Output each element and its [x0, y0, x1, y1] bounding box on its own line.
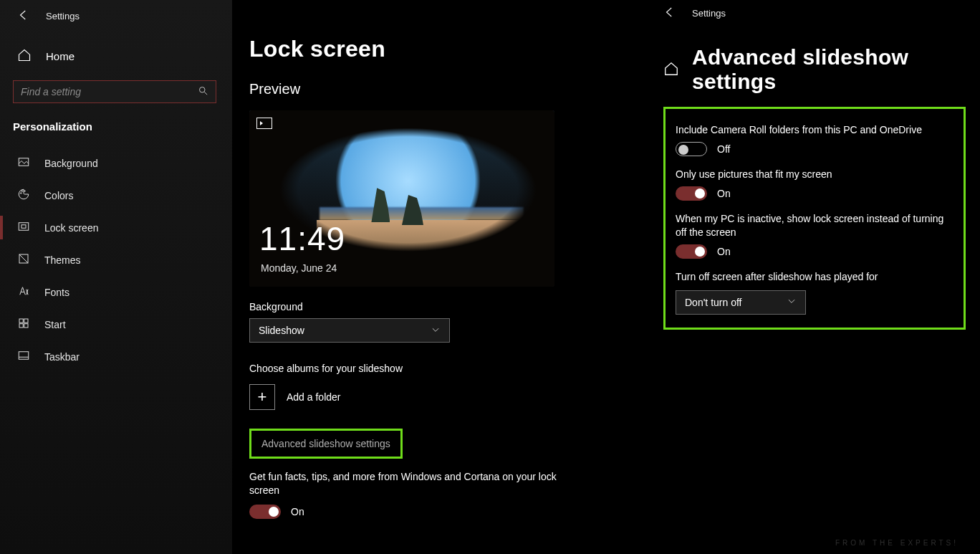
sidebar-item-fonts[interactable]: Fonts: [0, 276, 232, 308]
sidebar-item-colors[interactable]: Colors: [0, 179, 232, 211]
add-folder-row: + Add a folder: [249, 384, 636, 410]
inactive-label: When my PC is inactive, show lock screen…: [676, 212, 953, 238]
home-icon: [17, 48, 32, 65]
svg-point-4: [24, 191, 26, 192]
settings-sidebar: Settings Home Personalization Background…: [0, 0, 232, 554]
background-value: Slideshow: [259, 325, 304, 336]
camera-roll-state: Off: [717, 143, 730, 155]
themes-icon: [17, 252, 30, 267]
lockscreen-icon: [17, 220, 30, 235]
sidebar-title: Settings: [46, 11, 80, 22]
svg-rect-5: [19, 223, 29, 231]
inactive-toggle[interactable]: [676, 244, 707, 259]
sidebar-item-label: Fonts: [44, 287, 69, 298]
home-label: Home: [46, 50, 75, 62]
slideshow-icon: [256, 118, 272, 129]
inactive-toggle-row: On: [676, 244, 953, 259]
sidebar-item-lockscreen[interactable]: Lock screen: [0, 211, 232, 244]
svg-point-2: [21, 193, 22, 194]
fun-facts-toggle-row: On: [249, 505, 636, 519]
turnoff-label: Turn off screen after slideshow has play…: [676, 270, 953, 283]
sidebar-item-background[interactable]: Background: [0, 147, 232, 179]
home-icon[interactable]: [663, 61, 679, 79]
search-box-wrap: [0, 72, 232, 112]
camera-roll-toggle-row: Off: [676, 142, 953, 156]
nav-list: Background Colors Lock screen Themes Fon…: [0, 140, 232, 373]
preview-heading: Preview: [249, 81, 636, 97]
svg-rect-8: [19, 319, 23, 323]
background-label: Background: [249, 301, 636, 312]
svg-rect-10: [19, 324, 23, 328]
fun-facts-label: Get fun facts, tips, and more from Windo…: [249, 470, 557, 497]
sidebar-item-taskbar[interactable]: Taskbar: [0, 340, 232, 373]
sidebar-item-label: Colors: [44, 190, 73, 201]
section-title: Personalization: [0, 112, 232, 140]
sidebar-item-label: Lock screen: [44, 222, 98, 234]
preview-scenery: [249, 110, 554, 287]
right-header-title: Settings: [692, 8, 726, 19]
back-icon[interactable]: [663, 6, 676, 21]
sidebar-header: Settings: [0, 6, 232, 29]
svg-rect-9: [24, 319, 28, 323]
sidebar-item-start[interactable]: Start: [0, 308, 232, 340]
fit-screen-label: Only use pictures that fit my screen: [676, 168, 953, 181]
advanced-slideshow-link[interactable]: Advanced slideshow settings: [249, 429, 403, 459]
svg-rect-12: [19, 352, 29, 360]
start-icon: [17, 317, 30, 332]
sidebar-item-label: Start: [44, 319, 66, 330]
fit-screen-toggle[interactable]: [676, 186, 707, 201]
sidebar-item-label: Themes: [44, 254, 81, 266]
colors-icon: [17, 188, 30, 203]
back-icon[interactable]: [17, 9, 30, 24]
inactive-state: On: [717, 246, 731, 257]
page-title: Lock screen: [249, 36, 636, 62]
albums-label: Choose albums for your slideshow: [249, 363, 636, 374]
add-folder-button[interactable]: +: [249, 384, 275, 410]
chevron-down-icon: [787, 296, 797, 308]
background-select[interactable]: Slideshow: [249, 318, 450, 343]
fonts-icon: [17, 285, 30, 300]
fun-facts-state: On: [291, 506, 304, 517]
watermark: FROM THE EXPERTS!: [835, 539, 959, 547]
camera-roll-label: Include Camera Roll folders from this PC…: [676, 123, 953, 136]
add-folder-label: Add a folder: [287, 391, 341, 403]
sidebar-item-label: Background: [44, 158, 98, 169]
sidebar-item-themes[interactable]: Themes: [0, 244, 232, 276]
turnoff-value: Don't turn off: [685, 297, 741, 308]
search-box[interactable]: [13, 80, 216, 103]
svg-rect-6: [21, 225, 26, 229]
sidebar-item-label: Taskbar: [44, 351, 80, 363]
taskbar-icon: [17, 349, 30, 364]
lockscreen-preview: 11:49 Monday, June 24: [249, 110, 554, 287]
camera-roll-toggle[interactable]: [676, 142, 707, 156]
right-page-title: Advanced slideshow settings: [692, 45, 966, 94]
right-panel: Settings Advanced slideshow settings Inc…: [653, 0, 980, 554]
background-icon: [17, 156, 30, 171]
chevron-down-icon: [431, 325, 441, 337]
home-button[interactable]: Home: [0, 29, 232, 72]
right-title-row: Advanced slideshow settings: [663, 45, 966, 94]
fit-screen-state: On: [717, 188, 731, 199]
main-panel: Lock screen Preview 11:49 Monday, June 2…: [232, 0, 653, 554]
search-icon: [198, 85, 208, 98]
svg-rect-11: [24, 324, 28, 328]
fit-screen-toggle-row: On: [676, 186, 953, 201]
svg-point-0: [200, 87, 206, 93]
right-header: Settings: [663, 4, 966, 21]
search-input[interactable]: [21, 86, 178, 97]
clock-time: 11:49: [259, 219, 345, 258]
svg-point-3: [21, 191, 23, 192]
clock-date: Monday, June 24: [261, 262, 337, 274]
turnoff-select[interactable]: Don't turn off: [676, 290, 806, 315]
advanced-options-panel: Include Camera Roll folders from this PC…: [663, 107, 966, 330]
fun-facts-toggle[interactable]: [249, 505, 281, 519]
